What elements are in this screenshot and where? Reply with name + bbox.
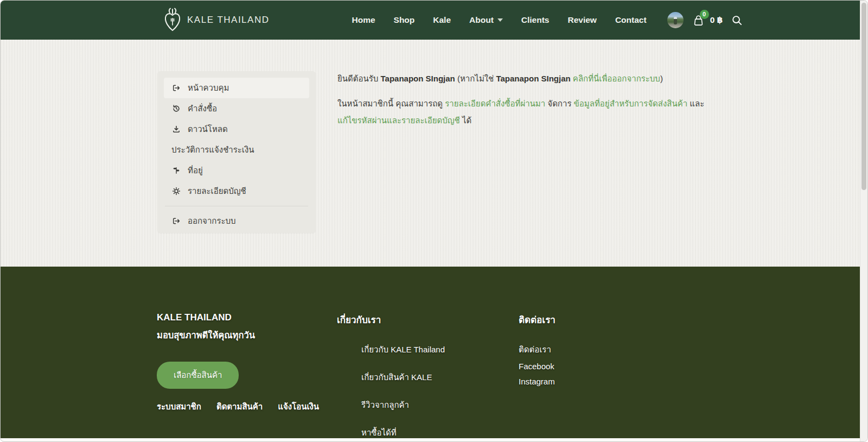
sidebar-item-label: รายละเอียดบัญชี (188, 185, 246, 198)
sidebar-item-address[interactable]: ที่อยู่ (164, 160, 309, 181)
kale-logo-icon (163, 8, 182, 33)
description-paragraph: ในหน้าสมาชิกนี้ คุณสามารถดู รายละเอียดคำ… (337, 95, 717, 129)
footer-brand-title: KALE THAILAND (157, 312, 255, 323)
welcome-username-repeat: Tapanapon SIngjan (496, 74, 570, 83)
footer-about-column: เกี่ยวกับเรา เกี่ยวกับ KALE Thailand เกี… (337, 312, 445, 438)
page-viewport: KALE THAILAND Home Shop Kale About Clien… (1, 1, 860, 441)
dashboard-icon (171, 84, 181, 93)
nav-item-clients[interactable]: Clients (521, 15, 550, 25)
sidebar-item-label: หน้าควบคุม (188, 81, 229, 94)
footer-link-facebook[interactable]: Facebook (519, 362, 554, 371)
desc-part2: จัดการ (547, 99, 571, 108)
browser-page: KALE THAILAND Home Shop Kale About Clien… (0, 0, 868, 442)
sidebar-item-label: ที่อยู่ (188, 164, 203, 177)
footer-link-customer-reviews[interactable]: รีวิวจากลูกค้า (361, 400, 409, 409)
footer-link-instagram[interactable]: Instagram (519, 377, 555, 386)
cart-count-badge: 0 (700, 10, 709, 19)
user-avatar[interactable] (667, 12, 684, 28)
recent-orders-link[interactable]: รายละเอียดคำสั่งซื้อที่ผ่านมา (445, 99, 545, 108)
footer-link-where-to-buy[interactable]: หาซื้อได้ที่ (361, 428, 397, 437)
footer-link-contact-us[interactable]: ติดต่อเรา (519, 345, 551, 354)
nav-item-about-label: About (469, 15, 494, 25)
cart-amount: 0 ฿ (710, 15, 723, 25)
edit-account-link[interactable]: แก้ไขรหัสผ่านและรายละเอียดบัญชี (337, 116, 460, 125)
vertical-scrollbar[interactable] (860, 1, 867, 441)
footer-bottom-links: ระบบสมาชิก ติดตามสินค้า แจ้งโอนเงิน (157, 400, 319, 413)
history-icon (171, 104, 181, 113)
sidebar-item-orders[interactable]: คำสั่งซื้อ (164, 98, 309, 119)
logout-here-link[interactable]: คลิกที่นี่เพื่อออกจากระบบ (573, 74, 660, 83)
sidebar-item-logout[interactable]: ออกจากระบบ (164, 211, 309, 231)
footer-link-track-order[interactable]: ติดตามสินค้า (216, 400, 263, 413)
search-icon (731, 15, 743, 26)
download-icon (171, 125, 181, 134)
sidebar-item-downloads[interactable]: ดาวน์โหลด (164, 119, 309, 140)
desc-part1: ในหน้าสมาชิกนี้ คุณสามารถดู (337, 99, 443, 108)
welcome-prefix: ยินดีต้อนรับ (337, 74, 378, 83)
cart-button[interactable]: 0 0 ฿ (692, 14, 723, 27)
footer-brand-tagline: มอบสุขภาพดีให้คุณทุกวัน (157, 328, 255, 342)
brand-logo[interactable]: KALE THAILAND (163, 8, 269, 33)
shipping-address-link[interactable]: ข้อมูลที่อยู่สำหรับการจัดส่งสินค้า (574, 99, 688, 108)
gear-icon (171, 187, 181, 196)
account-main-section: หน้าควบคุม คำสั่งซื้อ (1, 40, 860, 267)
sidebar-item-dashboard[interactable]: หน้าควบคุม (164, 78, 309, 98)
sidebar-item-account-details[interactable]: รายละเอียดบัญชี (164, 181, 309, 201)
sidebar-item-label: คำสั่งซื้อ (188, 102, 217, 115)
nav-menu: Home Shop Kale About Clients Review Cont… (352, 15, 646, 25)
chevron-down-icon (497, 18, 503, 22)
footer-brand-column: KALE THAILAND มอบสุขภาพดีให้คุณทุกวัน เล… (157, 312, 255, 389)
footer-contact-column: ติดต่อเรา ติดต่อเรา Facebook Instagram (519, 312, 556, 392)
brand-name: KALE THAILAND (187, 15, 269, 26)
footer-about-title: เกี่ยวกับเรา (337, 312, 445, 327)
shop-now-button[interactable]: เลือกซื้อสินค้า (157, 362, 239, 389)
sidebar-item-label: ออกจากระบบ (188, 214, 236, 228)
list-item: ติดต่อเรา (519, 343, 556, 356)
desc-part3: และ (690, 99, 704, 108)
sidebar-divider (165, 206, 308, 206)
desc-part4: ได้ (462, 116, 471, 125)
list-item: เกี่ยวกับ KALE Thailand (361, 343, 445, 356)
nav-item-kale[interactable]: Kale (433, 15, 451, 25)
footer-link-payment-notify[interactable]: แจ้งโอนเงิน (278, 400, 319, 413)
nav-right-cluster: 0 0 ฿ (667, 12, 743, 28)
footer-link-member-system[interactable]: ระบบสมาชิก (157, 400, 201, 413)
logout-icon (171, 217, 181, 226)
footer-link-about-kale-thailand[interactable]: เกี่ยวกับ KALE Thailand (361, 345, 445, 354)
list-item: Facebook (519, 362, 556, 371)
list-item: หาซื้อได้ที่ (361, 426, 445, 438)
sidebar-item-payment-history[interactable]: ประวัติการแจ้งชำระเงิน (164, 140, 309, 160)
list-item: Instagram (519, 377, 556, 387)
list-item: เกี่ยวกับสินค้า KALE (361, 371, 445, 384)
sidebar-item-label: ดาวน์โหลด (188, 123, 228, 136)
footer-about-links: เกี่ยวกับ KALE Thailand เกี่ยวกับสินค้า … (361, 343, 445, 438)
welcome-middle: (หากไม่ใช่ (457, 74, 494, 83)
welcome-username: Tapanapon SIngjan (381, 74, 455, 83)
account-sidebar: หน้าควบคุม คำสั่งซื้อ (157, 71, 316, 233)
nav-item-home[interactable]: Home (352, 15, 375, 25)
scrollbar-thumb[interactable] (861, 3, 866, 190)
top-navbar: KALE THAILAND Home Shop Kale About Clien… (1, 1, 860, 40)
list-item: รีวิวจากลูกค้า (361, 399, 445, 412)
signpost-icon (171, 166, 181, 175)
sidebar-item-label: ประวัติการแจ้งชำระเงิน (171, 143, 254, 156)
account-content: ยินดีต้อนรับ Tapanapon SIngjan (หากไม่ใช… (337, 73, 717, 129)
nav-item-review[interactable]: Review (568, 15, 597, 25)
footer-link-about-kale-product[interactable]: เกี่ยวกับสินค้า KALE (361, 372, 432, 382)
nav-item-contact[interactable]: Contact (615, 15, 647, 25)
nav-item-shop[interactable]: Shop (394, 15, 415, 25)
welcome-suffix: ) (660, 74, 663, 83)
site-footer: KALE THAILAND มอบสุขภาพดีให้คุณทุกวัน เล… (1, 267, 860, 438)
footer-contact-title: ติดต่อเรา (519, 312, 556, 327)
footer-contact-links: ติดต่อเรา Facebook Instagram (519, 343, 556, 387)
nav-item-about[interactable]: About (469, 15, 503, 25)
welcome-paragraph: ยินดีต้อนรับ Tapanapon SIngjan (หากไม่ใช… (337, 73, 717, 85)
search-button[interactable] (731, 15, 743, 26)
